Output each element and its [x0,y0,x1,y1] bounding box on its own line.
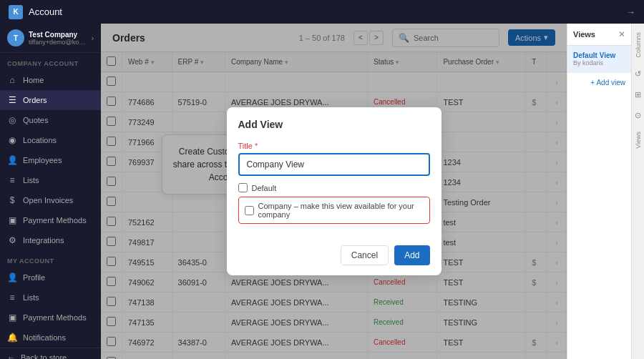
invoices-icon: $ [7,195,17,205]
content-area: Orders 1 – 50 of 178 < > 🔍 Actions ▾ [101,24,567,359]
sidebar-item-locations[interactable]: ◉ Locations [0,130,101,150]
views-default-item[interactable]: Default View By kodaris [567,46,631,73]
sidebar-item-home[interactable]: ⌂ Home [0,70,101,90]
sidebar-item-label: Lists [23,176,39,185]
sidebar-item-label: Orders [23,96,47,104]
sidebar-item-label: Integrations [23,236,64,245]
sidebar-item-label: Notifications [23,333,66,342]
right-tabs: Columns ↺ ⊞ ⊙ Views [631,24,644,359]
views-item-name: Default View [573,51,625,59]
columns-tab[interactable]: Columns [633,29,643,61]
avatar: T [7,29,24,46]
views-tab[interactable]: Views [633,129,643,152]
logout-icon[interactable]: → [627,7,635,17]
my-payment-icon: ▣ [7,313,17,323]
profile-icon: 👤 [7,272,17,282]
sidebar-item-label: Locations [23,136,57,144]
default-checkbox[interactable] [238,183,248,192]
views-title: Views [573,30,595,39]
quotes-icon: ◎ [7,115,17,125]
locations-icon: ◉ [7,135,17,145]
sidebar-item-profile[interactable]: 👤 Profile [0,267,101,287]
views-close-icon[interactable]: ✕ [618,29,625,39]
modal-title-input[interactable] [238,153,430,176]
sidebar: T Test Company tiffany+demo@kodaris... ›… [0,24,101,359]
default-label: Default [252,184,277,192]
company-section-label: COMPANY ACCOUNT [0,53,101,70]
sidebar-item-label: Home [23,76,44,84]
back-icon: ← [7,353,15,359]
sidebar-item-quotes[interactable]: ◎ Quotes [0,110,101,130]
sidebar-item-label: Payment Methods [23,313,87,322]
sidebar-item-label: Payment Methods [23,216,87,225]
views-add-link[interactable]: + Add view [567,73,631,92]
employees-icon: 👤 [7,155,17,165]
orders-icon: ☰ [7,95,17,105]
notifications-icon: 🔔 [7,333,17,343]
modal-overlay: Add View Title * Default Company – make … [101,24,567,359]
sidebar-item-orders[interactable]: ☰ Orders [0,90,101,110]
app-logo: K [9,5,23,19]
settings-icon[interactable]: ⊙ [632,108,644,123]
sidebar-item-payment-methods[interactable]: ▣ Payment Methods [0,210,101,230]
integrations-icon: ⚙ [7,235,17,245]
sidebar-item-label: Profile [23,273,45,282]
main-layout: T Test Company tiffany+demo@kodaris... ›… [0,24,644,359]
user-chevron-icon: › [92,34,94,42]
grid-icon[interactable]: ⊞ [632,87,644,102]
user-name: Test Company [29,31,87,39]
my-account-section-label: MY ACCOUNT [0,250,101,267]
sidebar-item-employees[interactable]: 👤 Employees [0,150,101,170]
modal-title-label: Title * [238,142,430,150]
views-item-sub: By kodaris [573,59,625,67]
back-label: Back to store [21,353,67,359]
top-header: K Account → [0,0,644,24]
modal-default-row: Default [238,183,430,192]
sidebar-item-open-invoices[interactable]: $ Open Invoices [0,190,101,210]
sidebar-user[interactable]: T Test Company tiffany+demo@kodaris... › [0,24,101,53]
lists-icon: ≡ [7,175,17,185]
company-label: Company – make this view available for y… [258,202,424,219]
modal-footer: Cancel Add [227,240,441,275]
modal-company-row: Company – make this view available for y… [238,197,430,224]
my-lists-icon: ≡ [7,292,17,303]
modal-title: Add View [227,107,441,136]
modal-body: Title * Default Company – make this view… [227,136,441,240]
sidebar-item-label: Quotes [23,116,48,124]
sidebar-item-lists[interactable]: ≡ Lists [0,170,101,190]
user-email: tiffany+demo@kodaris... [29,39,87,46]
sidebar-item-label: Lists [23,293,39,302]
sidebar-item-label: Open Invoices [23,196,73,205]
home-icon: ⌂ [7,75,17,85]
add-view-modal: Add View Title * Default Company – make … [227,107,441,275]
sidebar-item-my-payments[interactable]: ▣ Payment Methods [0,308,101,328]
add-view-link[interactable]: + Add view [590,79,625,87]
refresh-icon[interactable]: ↺ [632,67,644,82]
add-button[interactable]: Add [394,245,429,265]
company-checkbox[interactable] [245,206,254,215]
views-header: Views ✕ [567,24,631,46]
sidebar-item-notifications[interactable]: 🔔 Notifications [0,328,101,348]
views-panel: Views ✕ Default View By kodaris + Add vi… [567,24,631,359]
sidebar-item-integrations[interactable]: ⚙ Integrations [0,230,101,250]
sidebar-item-label: Employees [23,156,62,164]
payment-icon: ▣ [7,215,17,225]
user-info: Test Company tiffany+demo@kodaris... [29,31,87,46]
cancel-button[interactable]: Cancel [341,245,389,265]
sidebar-item-my-lists[interactable]: ≡ Lists [0,287,101,308]
app-title: Account [29,6,62,17]
back-to-store[interactable]: ← Back to store [0,348,101,359]
